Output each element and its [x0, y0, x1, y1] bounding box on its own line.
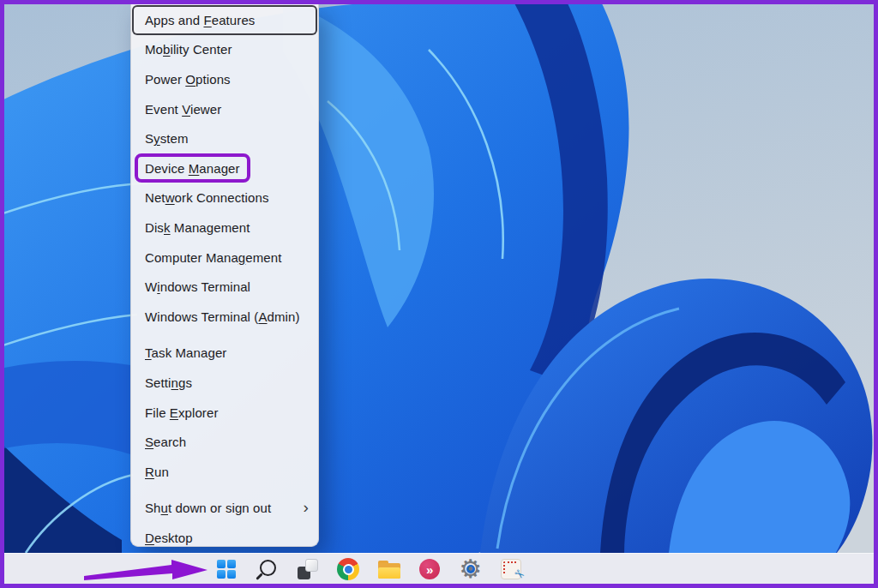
menu-item-label: Windows Terminal [145, 279, 250, 294]
menu-item-label: Disk Management [145, 220, 250, 235]
submenu-chevron-icon: › [304, 499, 309, 515]
settings-button[interactable]: ⚙ [450, 554, 491, 585]
context-menu: Apps and FeaturesMobility CenterPower Op… [130, 4, 319, 547]
media-app-button[interactable]: » [410, 554, 451, 585]
chrome-button[interactable] [328, 554, 370, 585]
menu-item-label: Network Connections [145, 190, 269, 205]
folder-icon [378, 561, 400, 579]
menu-item-label: Task Manager [145, 345, 226, 360]
menu-item-label: Power Options [145, 72, 231, 87]
search-button[interactable] [247, 554, 288, 585]
menu-item-label: Device Manager [145, 161, 240, 176]
windows-logo-icon [217, 560, 236, 579]
menu-item-label: Event Viewer [145, 102, 221, 117]
menu-item-search[interactable]: Search [132, 427, 317, 457]
menu-item-label: Computer Management [145, 250, 282, 265]
task-view-button[interactable] [287, 554, 328, 585]
menu-item-network-connections[interactable]: Network Connections [132, 183, 317, 213]
menu-item-label: Settings [145, 375, 192, 390]
menu-item-shut-down-or-sign-out[interactable]: Shut down or sign out› [132, 494, 317, 524]
annotation-arrow [77, 555, 214, 586]
menu-item-label: System [145, 131, 189, 146]
search-icon [260, 560, 276, 576]
snipping-tool-icon: ✂ [501, 559, 521, 579]
menu-item-label: Desktop [145, 531, 193, 545]
menu-item-label: Run [145, 465, 169, 479]
menu-item-run[interactable]: Run [132, 457, 317, 487]
menu-item-mobility-center[interactable]: Mobility Center [132, 35, 317, 65]
menu-separator [131, 487, 318, 494]
menu-separator [131, 332, 318, 339]
task-view-icon [298, 559, 318, 579]
menu-item-windows-terminal-admin[interactable]: Windows Terminal (Admin) [132, 302, 317, 332]
menu-item-apps-and-features[interactable]: Apps and Features [132, 5, 317, 35]
file-explorer-button[interactable] [369, 554, 410, 585]
menu-item-label: Windows Terminal (Admin) [145, 309, 300, 324]
media-app-icon: » [419, 559, 440, 579]
menu-item-disk-management[interactable]: Disk Management [132, 213, 317, 243]
menu-item-desktop[interactable]: Desktop [132, 523, 317, 553]
menu-item-label: Apps and Features [145, 13, 255, 27]
menu-item-computer-management[interactable]: Computer Management [132, 243, 317, 273]
snipping-tool-button[interactable]: ✂ [491, 554, 532, 585]
menu-item-settings[interactable]: Settings [132, 368, 317, 398]
menu-item-windows-terminal[interactable]: Windows Terminal [132, 272, 317, 302]
menu-item-power-options[interactable]: Power Options [132, 64, 317, 94]
chrome-icon [337, 558, 359, 580]
menu-item-system[interactable]: System [132, 123, 317, 153]
menu-item-label: Shut down or sign out [145, 501, 271, 515]
taskbar-icons: » ⚙ ✂ [206, 554, 532, 585]
menu-item-event-viewer[interactable]: Event Viewer [132, 94, 317, 124]
menu-item-file-explorer[interactable]: File Explorer [132, 398, 317, 428]
menu-item-task-manager[interactable]: Task Manager [132, 339, 317, 369]
gear-icon: ⚙ [458, 556, 484, 582]
menu-item-label: Mobility Center [145, 42, 232, 57]
menu-item-label: File Explorer [145, 405, 219, 420]
menu-item-device-manager[interactable]: Device Manager [132, 153, 317, 183]
menu-item-label: Search [145, 435, 186, 449]
